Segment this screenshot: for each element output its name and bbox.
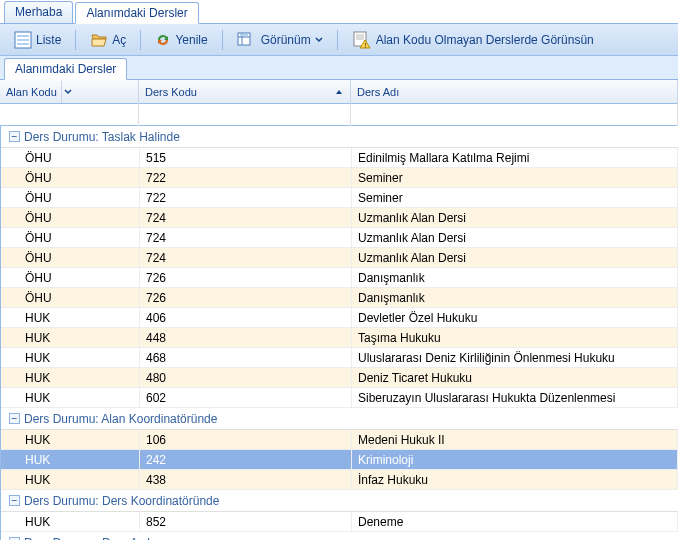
column-menu-button[interactable]	[61, 81, 75, 103]
cell: ÖHU	[1, 228, 140, 247]
table-row[interactable]: ÖHU724Uzmanlık Alan Dersi	[1, 208, 678, 228]
cell: HUK	[1, 308, 140, 327]
group-row[interactable]: −Ders Durumu: Alan Koordinatöründe	[1, 408, 678, 430]
cell: ÖHU	[1, 168, 140, 187]
table-row[interactable]: HUK406Devletler Özel Hukuku	[1, 308, 678, 328]
yenile-label: Yenile	[175, 33, 207, 47]
column-header-alan-kodu[interactable]: Alan Kodu	[0, 80, 139, 104]
collapse-icon[interactable]: −	[9, 413, 20, 424]
toolbar-separator	[140, 30, 141, 50]
tab-label: Alanımdaki Dersler	[86, 6, 187, 20]
table-row[interactable]: ÖHU722Seminer	[1, 188, 678, 208]
cell: Medeni Hukuk II	[352, 430, 678, 449]
column-label: Ders Kodu	[145, 80, 197, 104]
cell: HUK	[1, 430, 140, 449]
cell: 242	[140, 450, 352, 469]
column-label: Ders Adı	[357, 80, 399, 104]
cell: 448	[140, 328, 352, 347]
table-row[interactable]: ÖHU722Seminer	[1, 168, 678, 188]
table-row[interactable]: HUK242Kriminoloji	[1, 450, 678, 470]
cell: 726	[140, 288, 352, 307]
cell: Uluslararası Deniz Kirliliğinin Önlenmes…	[352, 348, 678, 367]
group-title: Ders Durumu: Taslak Halinde	[24, 126, 180, 148]
filter-input-alan-kodu[interactable]	[1, 105, 137, 123]
warning-page-icon: !	[352, 31, 372, 49]
table-row[interactable]: HUK480Deniz Ticaret Hukuku	[1, 368, 678, 388]
liste-button[interactable]: Liste	[8, 29, 67, 51]
yenile-button[interactable]: Yenile	[149, 30, 213, 50]
cell: Deniz Ticaret Hukuku	[352, 368, 678, 387]
cell: ÖHU	[1, 208, 140, 227]
ac-button[interactable]: Aç	[84, 30, 132, 50]
cell: HUK	[1, 512, 140, 531]
table-row[interactable]: HUK852Deneme	[1, 512, 678, 532]
tab-merhaba[interactable]: Merhaba	[4, 1, 73, 23]
cell: Seminer	[352, 188, 678, 207]
cell: İnfaz Hukuku	[352, 470, 678, 489]
table-row[interactable]: ÖHU726Danışmanlık	[1, 268, 678, 288]
filter-cell-ders-adi	[351, 104, 678, 126]
group-title: Ders Durumu: Ders Açık	[24, 532, 153, 541]
cell: 724	[140, 208, 352, 227]
cell: 602	[140, 388, 352, 407]
cell: 726	[140, 268, 352, 287]
table-row[interactable]: ÖHU724Uzmanlık Alan Dersi	[1, 228, 678, 248]
table-row[interactable]: HUK106Medeni Hukuk II	[1, 430, 678, 450]
cell: 722	[140, 168, 352, 187]
cell: HUK	[1, 328, 140, 347]
cell: ÖHU	[1, 188, 140, 207]
table-row[interactable]: HUK602Siberuzayın Uluslararası Hukukta D…	[1, 388, 678, 408]
column-label: Alan Kodu	[6, 80, 57, 104]
cell: Uzmanlık Alan Dersi	[352, 248, 678, 267]
column-header-ders-kodu[interactable]: Ders Kodu	[139, 80, 351, 104]
cell: Uzmanlık Alan Dersi	[352, 208, 678, 227]
cell: 852	[140, 512, 352, 531]
alan-kodu-button[interactable]: ! Alan Kodu Olmayan Derslerde Görünsün	[346, 29, 600, 51]
toolbar-separator	[75, 30, 76, 50]
alan-kodu-label: Alan Kodu Olmayan Derslerde Görünsün	[376, 33, 594, 47]
table-row[interactable]: HUK468Uluslararası Deniz Kirliliğinin Ön…	[1, 348, 678, 368]
column-header-ders-adi[interactable]: Ders Adı	[351, 80, 678, 104]
table-row[interactable]: ÖHU515Edinilmiş Mallara Katılma Rejimi	[1, 148, 678, 168]
cell: Siberuzayın Uluslararası Hukukta Düzenle…	[352, 388, 678, 407]
filter-input-ders-adi[interactable]	[352, 105, 676, 123]
collapse-icon[interactable]: −	[9, 131, 20, 142]
cell: HUK	[1, 348, 140, 367]
main-tab-strip: Merhaba Alanımdaki Dersler	[0, 0, 678, 24]
chevron-down-icon	[315, 36, 323, 44]
cell: Danışmanlık	[352, 288, 678, 307]
cell: ÖHU	[1, 288, 140, 307]
collapse-icon[interactable]: −	[9, 495, 20, 506]
cell: HUK	[1, 450, 140, 469]
sort-asc-icon	[334, 87, 344, 97]
cell: Danışmanlık	[352, 268, 678, 287]
subtab-label: Alanımdaki Dersler	[15, 62, 116, 76]
refresh-icon	[155, 32, 171, 48]
group-row[interactable]: −Ders Durumu: Ders Koordinatöründe	[1, 490, 678, 512]
group-row[interactable]: −Ders Durumu: Ders Açık	[1, 532, 678, 540]
cell: Uzmanlık Alan Dersi	[352, 228, 678, 247]
toolbar-separator	[337, 30, 338, 50]
gorunum-button[interactable]: Görünüm	[231, 30, 329, 50]
cell: 724	[140, 248, 352, 267]
group-row[interactable]: −Ders Durumu: Taslak Halinde	[1, 126, 678, 148]
cell: HUK	[1, 470, 140, 489]
table-row[interactable]: ÖHU726Danışmanlık	[1, 288, 678, 308]
group-title: Ders Durumu: Ders Koordinatöründe	[24, 490, 219, 512]
table-row[interactable]: ÖHU724Uzmanlık Alan Dersi	[1, 248, 678, 268]
table-row[interactable]: HUK438İnfaz Hukuku	[1, 470, 678, 490]
cell: 515	[140, 148, 352, 167]
toolbar-separator	[222, 30, 223, 50]
subtab-alanimdaki-dersler[interactable]: Alanımdaki Dersler	[4, 58, 127, 80]
filter-cell-alan-kodu	[0, 104, 139, 126]
filter-input-ders-kodu[interactable]	[140, 105, 349, 123]
cell: 724	[140, 228, 352, 247]
cell: Devletler Özel Hukuku	[352, 308, 678, 327]
gorunum-label: Görünüm	[261, 33, 311, 47]
cell: 106	[140, 430, 352, 449]
tab-alanimdaki-dersler[interactable]: Alanımdaki Dersler	[75, 2, 198, 24]
liste-label: Liste	[36, 33, 61, 47]
sub-tab-strip: Alanımdaki Dersler	[0, 56, 678, 80]
cell: ÖHU	[1, 268, 140, 287]
table-row[interactable]: HUK448Taşıma Hukuku	[1, 328, 678, 348]
